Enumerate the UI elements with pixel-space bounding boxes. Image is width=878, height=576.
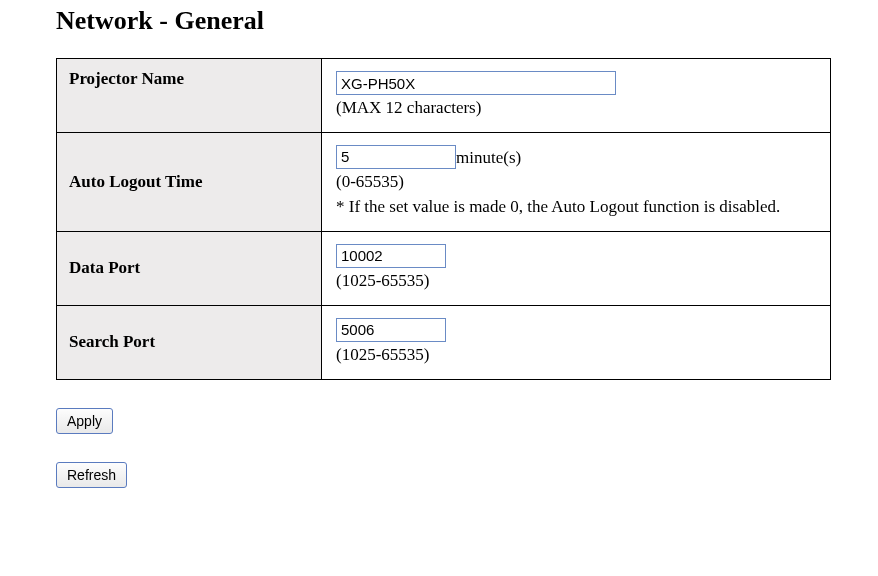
cell-projector-name: (MAX 12 characters) xyxy=(322,59,831,133)
data-port-range: (1025-65535) xyxy=(336,270,818,293)
network-general-container: Network - General Projector Name (MAX 12… xyxy=(0,0,878,518)
search-port-range: (1025-65535) xyxy=(336,344,818,367)
label-auto-logout-time: Auto Logout Time xyxy=(57,132,322,231)
cell-data-port: (1025-65535) xyxy=(322,231,831,305)
auto-logout-time-unit: minute(s) xyxy=(456,147,521,166)
refresh-button[interactable]: Refresh xyxy=(56,462,127,488)
label-projector-name: Projector Name xyxy=(57,59,322,133)
auto-logout-time-range: (0-65535) xyxy=(336,171,818,194)
row-projector-name: Projector Name (MAX 12 characters) xyxy=(57,59,831,133)
refresh-button-row: Refresh xyxy=(56,462,878,488)
search-port-input[interactable] xyxy=(336,318,446,342)
projector-name-input[interactable] xyxy=(336,71,616,95)
apply-button[interactable]: Apply xyxy=(56,408,113,434)
settings-table: Projector Name (MAX 12 characters) Auto … xyxy=(56,58,831,380)
auto-logout-time-input[interactable] xyxy=(336,145,456,169)
row-search-port: Search Port (1025-65535) xyxy=(57,305,831,379)
apply-button-row: Apply xyxy=(56,408,878,434)
projector-name-hint: (MAX 12 characters) xyxy=(336,97,818,120)
label-search-port: Search Port xyxy=(57,305,322,379)
page-title: Network - General xyxy=(56,6,878,36)
row-auto-logout-time: Auto Logout Time minute(s) (0-65535) * I… xyxy=(57,132,831,231)
cell-auto-logout-time: minute(s) (0-65535) * If the set value i… xyxy=(322,132,831,231)
row-data-port: Data Port (1025-65535) xyxy=(57,231,831,305)
label-data-port: Data Port xyxy=(57,231,322,305)
cell-search-port: (1025-65535) xyxy=(322,305,831,379)
data-port-input[interactable] xyxy=(336,244,446,268)
auto-logout-time-note: * If the set value is made 0, the Auto L… xyxy=(336,196,818,219)
